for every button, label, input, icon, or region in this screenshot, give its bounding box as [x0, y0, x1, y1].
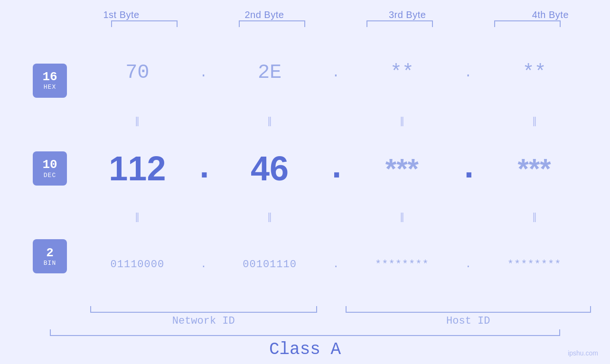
hex-sep3: . — [459, 65, 478, 80]
hex-row: 70 . 2E . ** . ** — [81, 32, 591, 113]
class-label: Class A — [269, 340, 341, 359]
equals-row-1: ‖ ‖ ‖ ‖ — [81, 113, 591, 128]
class-bracket — [50, 329, 560, 336]
bracket-byte3 — [336, 20, 464, 27]
hex-badge: 16 HEX — [33, 64, 67, 98]
equals-row-2: ‖ ‖ ‖ ‖ — [81, 209, 591, 224]
bracket-byte2 — [208, 20, 336, 27]
dec-badge: 10 DEC — [33, 151, 67, 186]
host-id-bracket — [346, 306, 591, 313]
dec-val4: *** — [518, 152, 551, 185]
hex-val4: ** — [522, 61, 546, 84]
byte1-header: 1st Byte — [50, 9, 193, 20]
dec-sep1: . — [194, 149, 213, 188]
dec-sep3: . — [459, 149, 478, 188]
bracket-byte4 — [463, 20, 591, 27]
bin-sep3: . — [459, 259, 478, 271]
hex-badge-number: 16 — [42, 70, 57, 84]
watermark: ipshu.com — [568, 349, 598, 357]
bin-val2: 00101110 — [243, 259, 297, 271]
dec-row: 112 . 46 . *** . *** — [81, 128, 591, 209]
bin-val4: ******** — [507, 259, 562, 271]
hex-val1: 70 — [125, 61, 149, 84]
bin-sep1: . — [194, 259, 213, 271]
bracket-byte1 — [81, 20, 208, 27]
dec-badge-label: DEC — [44, 172, 56, 179]
badges-column: 16 HEX 10 DEC 2 BIN — [19, 32, 81, 305]
bin-sep2: . — [327, 259, 346, 271]
byte2-header: 2nd Byte — [193, 9, 336, 20]
bin-val1: 01110000 — [111, 259, 165, 271]
network-id-label: Network ID — [172, 315, 235, 327]
hex-sep1: . — [194, 65, 213, 80]
dec-val2: 46 — [251, 149, 289, 188]
bin-badge: 2 BIN — [33, 239, 67, 273]
hex-val2: 2E — [258, 61, 282, 84]
byte3-header: 3rd Byte — [336, 9, 479, 20]
hex-val3: ** — [390, 61, 414, 84]
dec-val1: 112 — [109, 149, 166, 188]
bin-row: 01110000 . 00101110 . ******** . *******… — [81, 224, 591, 305]
bin-badge-label: BIN — [44, 260, 56, 267]
host-id-label: Host ID — [446, 315, 490, 327]
hex-badge-label: HEX — [44, 84, 56, 91]
network-id-bracket — [90, 306, 317, 313]
bin-badge-number: 2 — [46, 246, 54, 260]
dec-sep2: . — [327, 149, 346, 188]
hex-sep2: . — [327, 65, 346, 80]
dec-badge-number: 10 — [42, 158, 57, 172]
dec-val3: *** — [385, 152, 419, 185]
bin-val3: ******** — [375, 259, 429, 271]
byte4-header: 4th Byte — [479, 9, 610, 20]
